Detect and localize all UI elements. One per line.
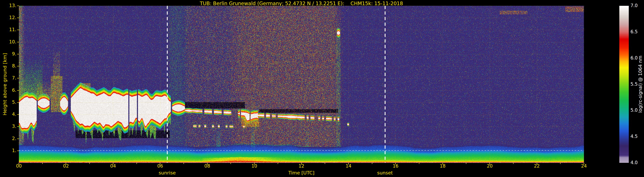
y-tick-label: 5.	[1, 100, 16, 105]
x-tick-mark	[348, 163, 349, 164]
plot-title: TUB: Berlin Grunewald (Germany; 52.4732 …	[19, 1, 584, 6]
colorbar-tick-label: 4.0	[630, 160, 644, 165]
colorbar-tick-label: 4.5	[630, 134, 644, 139]
y-tick-label: 2.	[1, 136, 16, 141]
y-tick-label: 12.	[1, 15, 16, 20]
y-tick-label: 1.	[1, 148, 16, 153]
x-minor-tick-mark	[560, 163, 560, 164]
x-tick-mark	[19, 163, 19, 164]
x-minor-tick-mark	[184, 163, 184, 164]
y-tick-mark	[17, 114, 19, 115]
y-tick-mark	[17, 66, 19, 66]
y-tick-mark	[17, 126, 19, 127]
y-tick-mark	[17, 90, 19, 91]
x-axis-label: Time [UTC]	[19, 170, 584, 175]
y-tick-mark	[17, 18, 19, 18]
ceilometer-heatmap-canvas	[19, 6, 584, 163]
colorbar-canvas	[619, 6, 629, 163]
colorbar-tick-label: 7.0	[630, 3, 644, 8]
y-tick-label: 6.	[1, 88, 16, 93]
x-minor-tick-mark	[136, 163, 137, 164]
x-minor-tick-mark	[230, 163, 231, 164]
x-tick-mark	[160, 163, 160, 164]
x-minor-tick-mark	[278, 163, 278, 164]
x-tick-mark	[207, 163, 208, 164]
quicklook-page: TUB: Berlin Grunewald (Germany; 52.4732 …	[0, 0, 644, 177]
x-minor-tick-mark	[89, 163, 90, 164]
sunset-label: sunset	[364, 170, 406, 175]
y-tick-mark	[17, 6, 19, 6]
y-tick-label: 10.	[1, 40, 16, 44]
colorbar-tick-label: 6.5	[630, 30, 644, 34]
y-tick-label: 9.	[1, 52, 16, 56]
y-tick-mark	[17, 78, 19, 78]
y-tick-mark	[17, 150, 19, 151]
x-tick-mark	[395, 163, 396, 164]
x-tick-mark	[301, 163, 302, 164]
x-minor-tick-mark	[513, 163, 514, 164]
y-tick-label: 8.	[1, 64, 16, 68]
x-tick-mark	[537, 163, 537, 164]
x-minor-tick-mark	[325, 163, 325, 164]
y-tick-mark	[17, 138, 19, 139]
y-tick-mark	[17, 102, 19, 103]
y-tick-mark	[17, 54, 19, 54]
y-tick-mark	[17, 30, 19, 30]
y-tick-label: 4.	[1, 112, 16, 117]
y-tick-label: 3.	[1, 124, 16, 129]
x-tick-mark	[490, 163, 490, 164]
x-tick-mark	[254, 163, 254, 164]
x-tick-mark	[66, 163, 66, 164]
colorbar-tick-label: 5.5	[630, 82, 644, 87]
y-axis-label: Height above ground [km]	[2, 53, 8, 115]
y-tick-label: 13.	[1, 3, 16, 8]
colorbar-tick-label: 5.0	[630, 108, 644, 113]
x-minor-tick-mark	[42, 163, 43, 164]
y-tick-mark	[17, 42, 19, 42]
x-minor-tick-mark	[466, 163, 466, 164]
x-tick-mark	[113, 163, 113, 164]
sunrise-label: sunrise	[146, 170, 189, 175]
x-tick-mark	[584, 163, 584, 164]
x-minor-tick-mark	[419, 163, 419, 164]
x-minor-tick-mark	[372, 163, 372, 164]
y-tick-label: 11.	[1, 27, 16, 32]
x-tick-mark	[442, 163, 443, 164]
colorbar-tick-label: 6.0	[630, 56, 644, 60]
y-tick-label: 7.	[1, 76, 16, 80]
